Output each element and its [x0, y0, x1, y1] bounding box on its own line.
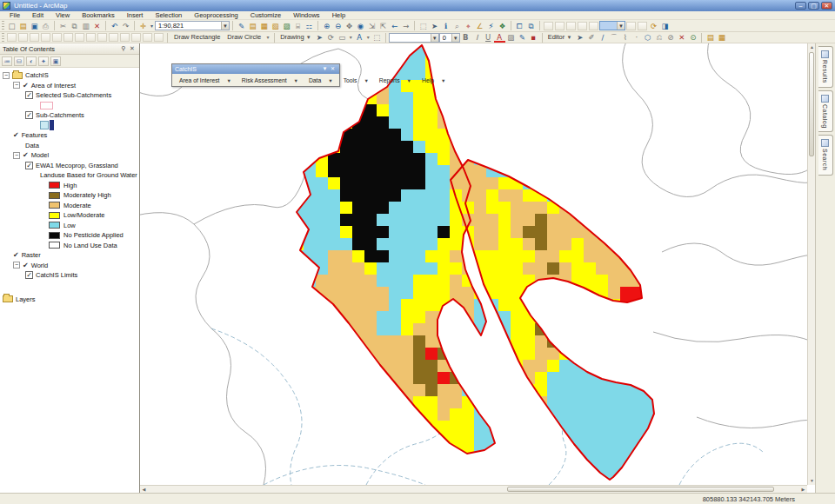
fill-color-icon[interactable]: ▨	[505, 32, 517, 43]
minimize-button[interactable]: –	[795, 2, 806, 10]
drawing-menu[interactable]: Drawing ▼	[277, 32, 314, 43]
map-horizontal-scrollbar[interactable]: ◀ ▶	[140, 485, 807, 493]
sub-catchments-symbol[interactable]	[0, 121, 139, 131]
selection-combo-arrow-icon[interactable]: ▼	[617, 22, 625, 30]
full-extent-icon[interactable]: ◉	[355, 21, 366, 31]
tab-catalog[interactable]: Catalog	[818, 90, 833, 133]
menu-insert[interactable]: Insert	[121, 11, 150, 19]
identify-icon[interactable]: ℹ	[440, 21, 451, 31]
toc-group-layers[interactable]: Layers	[0, 295, 139, 305]
back-extent-icon[interactable]: ←	[389, 21, 400, 31]
list-by-source-icon[interactable]: ⛁	[14, 56, 24, 66]
legend-swatch[interactable]	[49, 242, 60, 249]
toc-layer-model-raster[interactable]: ✓ EWA1 Mecoprop, Grassland	[0, 161, 139, 171]
hyperlink-icon[interactable]: ⚡	[485, 21, 497, 31]
catchis-toolbar[interactable]: CatchIS ▼ ✕ Area of Interest ▼ Risk Asse…	[171, 63, 340, 87]
menu-view[interactable]: View	[50, 11, 76, 19]
forward-extent-icon[interactable]: →	[400, 21, 411, 31]
selected-sub-catchments-symbol[interactable]	[0, 101, 139, 111]
text-tool-icon[interactable]: A	[354, 32, 365, 43]
toc-options-icon[interactable]: ▣	[50, 56, 61, 66]
list-by-visibility-icon[interactable]: ◐	[26, 56, 37, 66]
layer-checkbox[interactable]: ✓	[25, 91, 33, 99]
marker-color-icon[interactable]: ▪	[528, 32, 539, 43]
toc-layer-features[interactable]: ✔ Features	[0, 130, 139, 141]
font-family-arrow-icon[interactable]: ▼	[431, 34, 438, 42]
edit-annotation-icon[interactable]: ✐	[585, 32, 597, 43]
polygon-symbol[interactable]	[40, 121, 49, 129]
toc-layer-world[interactable]: − ✔ World	[0, 261, 139, 271]
map-scale-combo[interactable]: 1:90,821 ▼	[155, 21, 230, 30]
rotate-element-icon[interactable]: ⟳	[325, 32, 337, 43]
pan-icon[interactable]: ✥	[344, 21, 355, 31]
attributes-icon[interactable]: ▤	[705, 32, 716, 43]
menu-windows[interactable]: Windows	[287, 11, 325, 19]
catalog-window-icon[interactable]: ▦	[258, 21, 270, 31]
catchis-menu-tools[interactable]: Tools ▼	[338, 77, 374, 83]
cut-icon[interactable]: ✂	[57, 21, 69, 31]
add-data-dropdown-icon[interactable]: ▾	[149, 21, 155, 31]
model-builder-icon[interactable]: ⚏	[304, 21, 315, 31]
viewer-window-icon[interactable]: ⧠	[514, 21, 525, 31]
toc-layer-area-of-interest[interactable]: − ✔ Area of Interest	[0, 81, 139, 91]
sketch-properties-icon[interactable]: ▦	[716, 32, 727, 43]
visibility-check-icon[interactable]: ✔	[23, 82, 29, 90]
toolbar-grip[interactable]	[2, 21, 4, 30]
refresh-icon[interactable]: ⟳	[648, 21, 659, 31]
catchis-dropdown-icon[interactable]: ▼	[321, 64, 329, 74]
toc-close-icon[interactable]: ✕	[128, 45, 137, 52]
editor-menu[interactable]: Editor ▼	[545, 32, 575, 43]
reshape-icon[interactable]: ⎌	[653, 32, 665, 43]
legend-swatch[interactable]	[49, 222, 60, 229]
magnifier-window-icon[interactable]: ⧉	[525, 21, 537, 31]
visibility-check-icon[interactable]: ✔	[13, 251, 19, 259]
trace-icon[interactable]: ⌇	[619, 32, 631, 43]
legend-swatch[interactable]	[49, 182, 60, 189]
font-size-arrow-icon[interactable]: ▼	[451, 34, 459, 42]
edit-vertices-icon[interactable]: ⬚	[371, 32, 383, 43]
toc-layer-selected-sub-catchments[interactable]: ✓ Selected Sub-Catchments	[0, 90, 139, 101]
paste-icon[interactable]: ▥	[80, 21, 91, 31]
menu-geoprocessing[interactable]: Geoprocessing	[188, 11, 244, 19]
draw-circle-button[interactable]: Draw Circle	[224, 32, 264, 43]
undo-icon[interactable]: ↶	[109, 21, 120, 31]
tab-results[interactable]: Results	[818, 46, 833, 88]
maximize-button[interactable]: ▢	[808, 2, 819, 10]
point-tool-icon[interactable]: ·	[631, 32, 642, 43]
bold-button[interactable]: B	[460, 32, 471, 43]
pause-drawing-icon[interactable]: ◨	[659, 21, 671, 31]
copy-icon[interactable]: ⧉	[69, 21, 80, 31]
visibility-check-icon[interactable]: ✔	[23, 151, 29, 159]
menu-file[interactable]: File	[3, 11, 26, 19]
legend-swatch[interactable]	[49, 202, 60, 209]
rotate-tool-icon[interactable]: ⊙	[687, 32, 698, 43]
cut-polygons-icon[interactable]: ⊘	[665, 32, 676, 43]
font-size-combo[interactable]: 0 ▼	[439, 33, 460, 43]
zoom-out-icon[interactable]: ⊖	[332, 21, 344, 31]
toc-layer-model[interactable]: − ✔ Model	[0, 150, 139, 161]
add-data-icon[interactable]: ✛	[137, 21, 149, 31]
html-popup-icon[interactable]: ❖	[497, 21, 508, 31]
menu-edit[interactable]: Edit	[26, 11, 50, 19]
menu-help[interactable]: Help	[326, 11, 351, 19]
selection-combo[interactable]: ▼	[599, 21, 625, 30]
select-features-icon[interactable]: ⬚	[418, 21, 429, 31]
underline-button[interactable]: U	[483, 32, 494, 43]
new-document-icon[interactable]: □	[6, 21, 17, 31]
zoom-in-icon[interactable]: ⊕	[321, 21, 332, 31]
layer-checkbox[interactable]: ✓	[25, 271, 33, 279]
vertical-scroll-thumb[interactable]	[809, 52, 814, 156]
catchis-close-icon[interactable]: ✕	[329, 64, 337, 74]
map-canvas[interactable]	[140, 43, 807, 485]
close-button[interactable]: ✕	[821, 2, 832, 10]
toc-layer-data[interactable]: Data	[0, 141, 139, 151]
map-view[interactable]: CatchIS ▼ ✕ Area of Interest ▼ Risk Asse…	[140, 43, 815, 493]
edit-tool-icon[interactable]: ➤	[574, 32, 585, 43]
horizontal-scroll-thumb[interactable]	[507, 487, 774, 492]
measure-icon[interactable]: ∠	[474, 21, 485, 31]
map-vertical-scrollbar[interactable]: ▲ ▼	[807, 43, 815, 485]
menu-customize[interactable]: Customize	[244, 11, 287, 19]
catchis-menu-reports[interactable]: Reports ▼	[374, 77, 417, 83]
draw-rectangle-button[interactable]: Draw Rectangle	[170, 32, 224, 43]
toolbar-overflow-icon[interactable]: ▾	[264, 32, 271, 43]
